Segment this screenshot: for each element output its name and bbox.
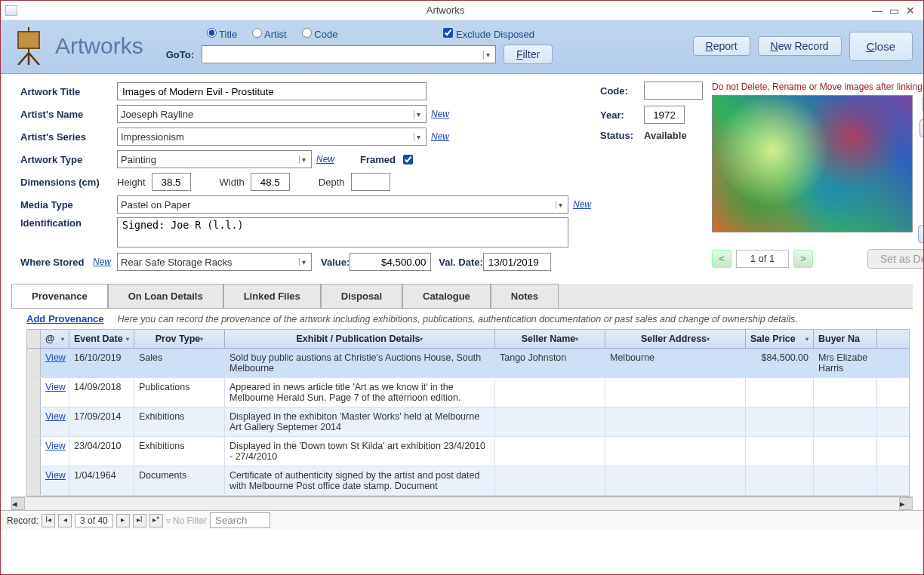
provenance-help: Here you can record the provenance of th… bbox=[118, 314, 798, 324]
new-series-link[interactable]: New bbox=[431, 131, 449, 142]
label-artist: Artist's Name bbox=[20, 109, 117, 120]
nav-last-button[interactable]: ▸I bbox=[133, 514, 146, 527]
provenance-grid: @▾ Event Date▾ Prov Type▾ Exhibit / Publ… bbox=[26, 329, 910, 497]
artist-combo[interactable]: Joeseph Rayline▾ bbox=[117, 105, 427, 123]
status-value: Available bbox=[644, 130, 687, 141]
image-next-button[interactable]: > bbox=[793, 250, 813, 268]
artwork-title-input[interactable] bbox=[117, 82, 427, 100]
unlink-button[interactable]: UnLink bbox=[918, 225, 924, 243]
window-title: Artworks bbox=[22, 5, 869, 16]
record-search-input[interactable] bbox=[210, 512, 270, 528]
label-width: Width bbox=[220, 177, 245, 188]
table-row[interactable]: View 16/10/2019 Sales Sold buy public au… bbox=[27, 349, 909, 378]
new-type-link[interactable]: New bbox=[316, 154, 334, 165]
close-button[interactable]: Close bbox=[849, 32, 913, 61]
new-media-link[interactable]: New bbox=[573, 199, 591, 210]
header-bar: Artworks Title Artist Code Exclude Dispo… bbox=[1, 20, 923, 74]
tab-strip: Provenance On Loan Details Linked Files … bbox=[11, 284, 913, 309]
label-title: Artwork Title bbox=[20, 86, 117, 97]
easel-icon bbox=[11, 26, 46, 66]
zoom-button[interactable]: Zoom bbox=[919, 119, 924, 137]
width-input[interactable] bbox=[251, 173, 290, 191]
label-valdate: Val. Date: bbox=[439, 257, 483, 268]
record-label: Record: bbox=[7, 515, 38, 526]
value-input[interactable] bbox=[350, 253, 431, 271]
new-artist-link[interactable]: New bbox=[431, 109, 449, 119]
code-input[interactable] bbox=[644, 81, 703, 100]
new-record-button[interactable]: New Record bbox=[758, 36, 842, 56]
no-filter-indicator: ▿No Filter bbox=[166, 515, 207, 526]
filter-button[interactable]: Filter bbox=[504, 45, 553, 64]
view-link[interactable]: View bbox=[45, 470, 66, 481]
year-input[interactable] bbox=[644, 106, 685, 124]
app-icon bbox=[5, 5, 17, 16]
table-row[interactable]: View 23/04/2010 Exhibitions Displayed in… bbox=[27, 437, 909, 466]
table-row[interactable]: View 14/09/2018 Publications Appeared in… bbox=[27, 378, 909, 407]
label-year: Year: bbox=[600, 109, 644, 121]
height-input[interactable] bbox=[152, 173, 191, 191]
funnel-icon: ▿ bbox=[166, 515, 171, 526]
nav-new-button[interactable]: ▸* bbox=[149, 514, 163, 527]
valdate-input[interactable] bbox=[483, 253, 551, 271]
svg-line-3 bbox=[18, 53, 29, 65]
record-navigator: Record: I◂ ◂ 3 of 40 ▸ ▸I ▸* ▿No Filter bbox=[1, 510, 923, 530]
label-series: Artist's Series bbox=[20, 131, 117, 143]
minimize-button[interactable]: — bbox=[869, 5, 886, 16]
exclude-disposed-checkbox[interactable]: Exclude Disposed bbox=[443, 28, 534, 40]
view-link[interactable]: View bbox=[45, 352, 66, 363]
view-link[interactable]: View bbox=[45, 382, 66, 392]
image-prev-button[interactable]: < bbox=[712, 250, 732, 268]
view-link[interactable]: View bbox=[45, 441, 66, 451]
image-warning: Do not Delete, Rename or Move images aft… bbox=[712, 81, 924, 92]
goto-label: GoTo: bbox=[166, 49, 194, 60]
table-row[interactable]: View 1/04/1964 Documents Certificate of … bbox=[27, 466, 909, 496]
label-stored: Where Stored bbox=[20, 257, 93, 268]
stored-combo[interactable]: Rear Safe Storage Racks▾ bbox=[117, 253, 312, 271]
tab-disposal[interactable]: Disposal bbox=[321, 284, 402, 308]
framed-checkbox[interactable] bbox=[403, 155, 413, 165]
radio-code[interactable]: Code bbox=[302, 28, 338, 40]
depth-input[interactable] bbox=[351, 173, 390, 191]
label-height: Height bbox=[117, 177, 146, 188]
label-status: Status: bbox=[600, 130, 644, 141]
new-stored-link[interactable]: New bbox=[93, 257, 111, 267]
media-combo[interactable]: Pastel on Paper▾ bbox=[117, 195, 568, 214]
tab-loan[interactable]: On Loan Details bbox=[108, 284, 223, 308]
nav-prev-button[interactable]: ◂ bbox=[58, 514, 72, 527]
set-default-button: Set as Default bbox=[867, 249, 924, 269]
nav-first-button[interactable]: I◂ bbox=[42, 514, 55, 527]
label-dims: Dimensions (cm) bbox=[20, 177, 117, 188]
identification-input[interactable] bbox=[117, 217, 568, 248]
maximize-button[interactable]: ▭ bbox=[886, 5, 902, 16]
label-depth: Depth bbox=[319, 177, 345, 188]
image-position: 1 of 1 bbox=[736, 250, 789, 268]
svg-line-4 bbox=[29, 53, 39, 65]
nav-next-button[interactable]: ▸ bbox=[116, 514, 130, 527]
label-media: Media Type bbox=[20, 199, 117, 211]
goto-combo[interactable]: ▾ bbox=[202, 45, 496, 63]
horizontal-scrollbar[interactable]: ◂▸ bbox=[11, 497, 913, 510]
table-row[interactable]: View 17/09/2014 Exhibitions Displayed in… bbox=[27, 407, 909, 437]
type-combo[interactable]: Painting▾ bbox=[117, 150, 312, 168]
radio-title[interactable]: Title bbox=[207, 28, 237, 40]
app-title: Artworks bbox=[55, 33, 143, 59]
series-combo[interactable]: Impressionism▾ bbox=[117, 128, 427, 146]
tab-catalogue[interactable]: Catalogue bbox=[402, 284, 491, 308]
artwork-image bbox=[712, 95, 913, 232]
tab-files[interactable]: Linked Files bbox=[223, 284, 321, 308]
tab-provenance[interactable]: Provenance bbox=[11, 284, 108, 308]
report-button[interactable]: Report bbox=[693, 36, 750, 56]
svg-rect-0 bbox=[18, 32, 39, 48]
view-link[interactable]: View bbox=[45, 411, 66, 422]
radio-artist[interactable]: Artist bbox=[252, 28, 287, 40]
record-position[interactable]: 3 of 40 bbox=[75, 514, 113, 527]
label-value: Value: bbox=[321, 257, 350, 268]
label-ident: Identification bbox=[20, 217, 117, 229]
label-type: Artwork Type bbox=[20, 154, 117, 165]
tab-notes[interactable]: Notes bbox=[491, 284, 559, 308]
label-code: Code: bbox=[600, 85, 644, 97]
close-window-button[interactable]: ✕ bbox=[902, 5, 919, 16]
label-framed: Framed bbox=[360, 154, 396, 165]
add-provenance-link[interactable]: Add Provenance bbox=[26, 313, 104, 324]
